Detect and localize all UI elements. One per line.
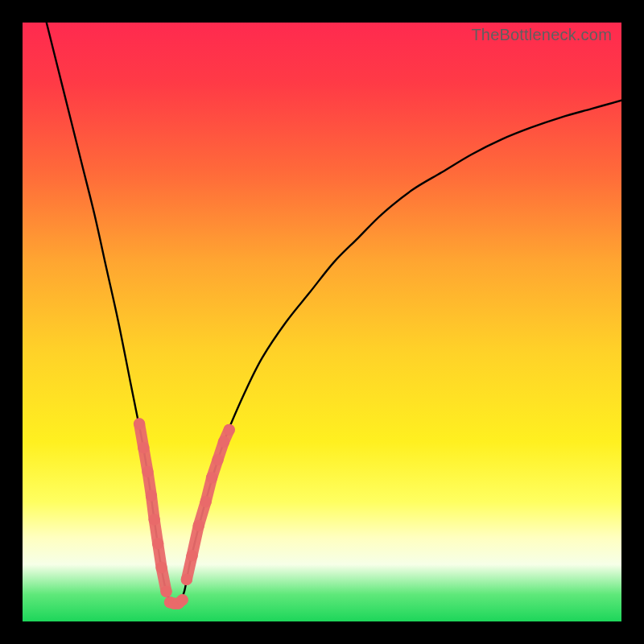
marker-dot [146, 490, 157, 502]
marker-dot [186, 550, 197, 561]
marker-dot [200, 496, 211, 507]
bottleneck-plot [23, 23, 621, 621]
chart-frame: TheBottleneck.com [23, 23, 621, 621]
marker-dot [138, 442, 149, 453]
plot-background [23, 23, 621, 621]
marker-dot [206, 472, 217, 483]
marker-dot [176, 594, 188, 605]
marker-dot [218, 436, 229, 448]
marker-dot [152, 538, 163, 549]
watermark-text: TheBottleneck.com [471, 26, 612, 44]
marker-dot [193, 520, 204, 531]
marker-dot [134, 418, 145, 429]
marker-dot [155, 562, 167, 573]
marker-dot [181, 574, 192, 585]
marker-dot [160, 586, 171, 597]
marker-dot [223, 424, 234, 436]
marker-dot [148, 514, 159, 525]
marker-dot [212, 454, 223, 465]
marker-dot [142, 466, 153, 477]
